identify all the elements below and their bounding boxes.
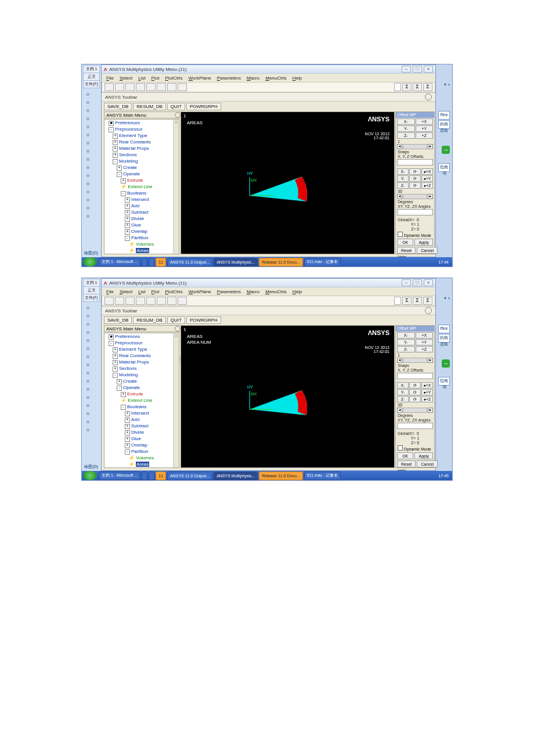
tree-item[interactable]: Subtract	[131, 423, 149, 429]
toolbar-icon[interactable]	[136, 297, 145, 305]
start-button[interactable]	[83, 257, 97, 267]
draw-label[interactable]: 绘图(D)	[83, 250, 99, 256]
toolbar-icon[interactable]: Σ	[423, 297, 432, 305]
main-menu-tree[interactable]: ■Preferences-Preprocessor+Element Type+R…	[104, 333, 179, 468]
tree-item[interactable]: Extrude	[127, 178, 143, 183]
close-icon[interactable]: ▾ ×	[444, 296, 450, 301]
go-icon[interactable]: →	[442, 146, 450, 154]
tree-item[interactable]: Preferences	[115, 120, 140, 125]
minimize-icon[interactable]: –	[402, 66, 411, 73]
taskbar-item[interactable]: 文档 1 - Microsoft ...	[99, 258, 140, 267]
draw-label[interactable]: 绘图(D)	[83, 464, 99, 470]
taskbar-item[interactable]: ANSYS Multiphysic...	[214, 258, 258, 267]
menu-item[interactable]: Help	[293, 289, 302, 294]
tree-item[interactable]: Booleans	[127, 190, 146, 196]
tree-item[interactable]: Divide	[131, 216, 144, 221]
tree-item[interactable]: Intersect	[131, 197, 149, 202]
offset-neg[interactable]: Z-	[397, 346, 415, 352]
menu-item[interactable]: Select	[120, 75, 132, 81]
start-button[interactable]	[83, 471, 97, 480]
cancel-button[interactable]: Cancel	[417, 460, 438, 467]
tree-item[interactable]: Add	[131, 417, 139, 422]
tree-item[interactable]: Booleans	[127, 404, 146, 409]
maximize-icon[interactable]: □	[413, 279, 422, 286]
title-bar[interactable]: ΛANSYS Multiphysics Utility Menu (11)–□×	[102, 279, 435, 287]
tree-item[interactable]: Create	[123, 379, 137, 384]
tree-item[interactable]: Operate	[123, 385, 140, 390]
tree-item[interactable]: Material Props	[119, 146, 149, 151]
tree-item[interactable]: Material Props	[119, 359, 149, 365]
close-icon[interactable]: ×	[424, 66, 433, 73]
minimize-icon[interactable]: –	[402, 279, 411, 286]
graphics-window[interactable]: 1AREASAREA NUMΛNSYSNOV 12 201317:42:01HY…	[181, 325, 395, 468]
toolbar-icon[interactable]	[115, 83, 124, 91]
taskbar-item[interactable]	[142, 258, 147, 267]
menu-item[interactable]: Macro	[247, 289, 259, 294]
toolbar-icon[interactable]	[104, 297, 114, 305]
menu-item[interactable]: MenuCtrls	[265, 289, 286, 294]
doc-tab[interactable]: 文件(F)	[83, 80, 100, 88]
offset-neg[interactable]: Z-	[397, 132, 415, 139]
title-bar[interactable]: ΛANSYS Multiphysics Utility Menu (11)–□×	[102, 65, 435, 74]
taskbar-item[interactable]: ANSYS 11.0 Output...	[167, 258, 212, 267]
tree-item-selected[interactable]: Areas	[136, 462, 149, 467]
menu-item[interactable]: Parameters	[217, 289, 241, 294]
menu-item[interactable]: MenuCtrls	[265, 75, 286, 81]
xyz-offset-input[interactable]	[397, 373, 433, 379]
toolbar-icon[interactable]	[167, 297, 176, 305]
menu-item[interactable]: File	[106, 75, 114, 81]
taskbar-item[interactable]: lt11.mac - 记事本	[304, 258, 341, 267]
menu-item[interactable]: WorkPlane	[189, 75, 211, 81]
tree-item[interactable]: Real Constants	[119, 139, 151, 145]
tree-item[interactable]: Preferences	[115, 334, 140, 339]
taskbar-item[interactable]: lt11.mac - 记事本	[304, 471, 341, 480]
doc-tab[interactable]: 文档 1	[83, 65, 100, 73]
tree-item-selected[interactable]: Areas	[136, 248, 149, 253]
scrollbar[interactable]	[173, 120, 179, 254]
scrollbar[interactable]	[173, 333, 179, 467]
menu-item[interactable]: Parameters	[217, 75, 241, 81]
toolbar-icon[interactable]	[125, 297, 135, 305]
graphics-window[interactable]: 1AREASΛNSYSNOV 12 201317:42:01HYMXA2	[181, 111, 395, 254]
toolbar-icon[interactable]	[146, 83, 156, 91]
xyz-offset-input[interactable]	[397, 159, 433, 165]
tree-item[interactable]: Element Type	[119, 347, 147, 352]
taskbar-item[interactable]: Release 11.0 Docu...	[259, 471, 302, 480]
doc-tab[interactable]: 正文	[83, 286, 100, 294]
cancel-button[interactable]: Cancel	[417, 247, 438, 254]
offset-pos[interactable]: +Y	[416, 125, 434, 132]
menu-item[interactable]: Select	[120, 289, 132, 294]
toolbar-toggle-icon[interactable]	[425, 307, 432, 314]
maximize-icon[interactable]: □	[413, 66, 422, 73]
tree-item[interactable]: Operate	[123, 171, 140, 177]
tree-item[interactable]: Modeling	[119, 372, 138, 377]
toolbar-icon[interactable]: Σ	[413, 297, 422, 305]
menu-item[interactable]: List	[138, 289, 145, 294]
doc-tab[interactable]: 正文	[83, 73, 100, 81]
tree-item[interactable]: Sections	[119, 366, 137, 371]
menu-item[interactable]: Plot	[151, 289, 160, 294]
dynamic-mode-check[interactable]: Dynamic Mode	[398, 445, 432, 451]
toolbar-icon[interactable]	[157, 83, 166, 91]
ok-button[interactable]: OK	[397, 452, 413, 459]
tree-item[interactable]: Add	[131, 203, 139, 208]
taskbar-item[interactable]: ANSYS Multiphysic...	[214, 471, 258, 480]
offset-pos[interactable]: +X	[416, 118, 434, 125]
offset-pos[interactable]: +Z	[416, 346, 434, 352]
menu-toggle-icon[interactable]	[175, 326, 181, 332]
toolbar-icon[interactable]	[178, 83, 187, 91]
offset-neg[interactable]: X-	[397, 118, 415, 125]
tree-item[interactable]: Partition	[131, 235, 148, 240]
apply-button[interactable]: Apply	[414, 452, 433, 459]
doc-tab[interactable]: 文件(F)	[83, 294, 100, 302]
tree-item[interactable]: Extend Line	[128, 398, 152, 403]
close-icon[interactable]: ▾ ×	[444, 82, 450, 87]
toolbar-toggle-icon[interactable]	[425, 93, 432, 100]
tree-item[interactable]: Preprocessor	[115, 340, 143, 345]
offset-pos[interactable]: +X	[416, 332, 434, 339]
menu-item[interactable]: WorkPlane	[189, 289, 211, 294]
tree-item[interactable]: Extend Line	[128, 184, 152, 189]
toolbar-icon[interactable]	[167, 83, 176, 91]
toolbar-icon[interactable]	[146, 297, 156, 305]
go-icon[interactable]: →	[442, 359, 450, 368]
